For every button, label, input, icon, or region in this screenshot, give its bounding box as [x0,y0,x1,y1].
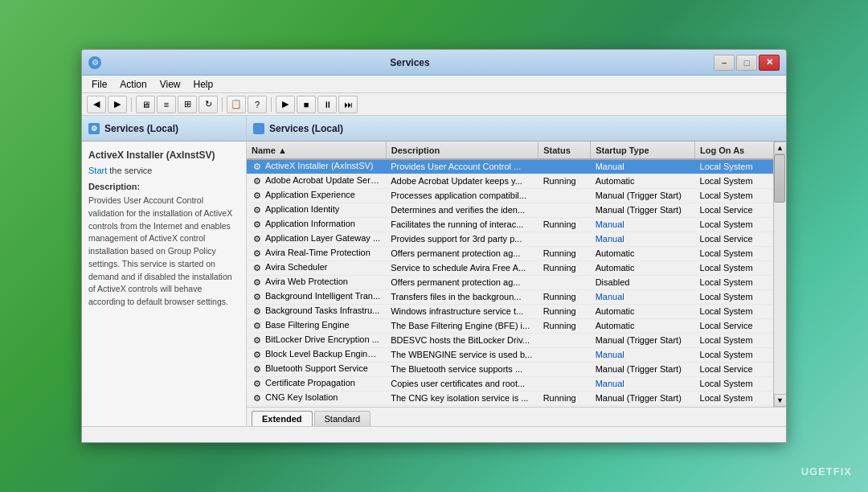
service-logon-cell: Local System [695,174,773,188]
service-name-cell: ⚙Application Layer Gateway ... [247,232,386,246]
service-name-cell: ⚙CNG Key Isolation [247,391,386,405]
table-row[interactable]: ⚙ActiveX Installer (AxInstSV)Provides Us… [247,159,773,174]
service-logon-cell: Local System [695,376,773,391]
menu-help[interactable]: Help [187,77,220,92]
service-logon-cell: Local System [695,159,773,174]
toolbar: ◀ ▶ 🖥 ≡ ⊞ ↻ 📋 ? ▶ ■ ⏸ ⏭ [82,93,786,116]
maximize-button[interactable]: □ [736,55,757,71]
service-logon-cell: Local System [695,275,773,289]
col-header-startup[interactable]: Startup Type [591,141,695,159]
description-text: Provides User Account Control validation… [88,195,240,309]
service-status-cell: Running [538,260,591,275]
service-startup-cell: Automatic [591,174,695,188]
service-name-cell: ⚙Bluetooth Support Service [247,362,386,376]
col-header-status[interactable]: Status [538,141,591,159]
table-row[interactable]: ⚙Avira SchedulerService to schedule Avir… [247,260,773,275]
play-button[interactable]: ▶ [276,96,295,113]
service-name-cell: ⚙Certificate Propagation [247,376,386,391]
close-button[interactable]: ✕ [759,55,780,71]
service-desc-cell: Transfers files in the backgroun... [386,289,538,304]
table-row[interactable]: ⚙Application InformationFacilitates the … [247,217,773,232]
table-row[interactable]: ⚙Block Level Backup Engine ...The WBENGI… [247,347,773,362]
toolbar-separator-3 [271,97,272,112]
service-name-cell: ⚙Avira Scheduler [247,260,386,275]
restart-button[interactable]: ⏭ [338,96,358,113]
service-name-cell: ⚙ActiveX Installer (AxInstSV) [247,159,386,174]
service-name-cell: ⚙Application Experience [247,188,386,203]
stop-button[interactable]: ■ [297,96,316,113]
tab-extended[interactable]: Extended [252,411,313,426]
service-name-cell: ⚙Block Level Backup Engine ... [247,347,386,362]
table-row[interactable]: ⚙Bluetooth Support ServiceThe Bluetooth … [247,362,773,376]
table-row[interactable]: ⚙BitLocker Drive Encryption ...BDESVC ho… [247,333,773,347]
service-status-cell [538,203,591,217]
service-logon-cell: Local System [695,289,773,304]
detail-view-button[interactable]: ⊞ [178,96,197,113]
menu-action[interactable]: Action [113,77,153,92]
service-desc-cell: Adobe Acrobat Updater keeps y... [386,174,538,188]
menu-view[interactable]: View [154,77,187,92]
service-startup-cell: Automatic [591,246,695,260]
service-startup-cell: Manual (Trigger Start) [591,203,695,217]
table-row[interactable]: ⚙Background Intelligent Tran...Transfers… [247,289,773,304]
service-status-cell [538,232,591,246]
scroll-down-button[interactable]: ▼ [774,394,787,407]
table-row[interactable]: ⚙Base Filtering EngineThe Base Filtering… [247,318,773,333]
service-row-icon: ⚙ [252,248,263,259]
service-logon-cell: Local System [695,217,773,232]
service-logon-cell: Local System [695,188,773,203]
main-content: ⚙ Services (Local) ActiveX Installer (Ax… [82,116,786,426]
service-startup-cell: Manual (Trigger Start) [591,333,695,347]
services-table-container[interactable]: Name ▲ Description Status Startup Type L… [247,141,773,407]
service-row-icon: ⚙ [252,161,263,172]
table-row[interactable]: ⚙CNG Key IsolationThe CNG key isolation … [247,391,773,405]
tab-standard[interactable]: Standard [314,411,371,426]
pause-button[interactable]: ⏸ [317,96,337,113]
service-desc-cell: Determines and verifies the iden... [386,203,538,217]
service-row-icon: ⚙ [252,378,263,389]
table-row[interactable]: ⚙Application IdentityDetermines and veri… [247,203,773,217]
the-service-text: the service [109,166,152,175]
service-desc-cell: Service to schedule Avira Free A... [386,260,538,275]
table-row[interactable]: ⚙Avira Real-Time ProtectionOffers perman… [247,246,773,260]
show-hide-button[interactable]: 🖥 [136,96,155,113]
col-header-description[interactable]: Description [386,141,538,159]
status-bar [82,426,786,442]
service-startup-cell: Disabled [591,275,695,289]
service-desc-cell: Offers permanent protection ag... [386,246,538,260]
scroll-track[interactable] [774,154,787,394]
list-view-button[interactable]: ≡ [157,96,176,113]
left-panel-title: Services (Local) [104,123,178,134]
table-row[interactable]: ⚙Application Layer Gateway ...Provides s… [247,232,773,246]
service-logon-cell: Local System [695,391,773,405]
service-status-cell: Running [538,217,591,232]
scrollbar[interactable]: ▲ ▼ [773,141,786,407]
forward-button[interactable]: ▶ [108,96,127,113]
scroll-up-button[interactable]: ▲ [774,141,787,154]
table-row[interactable]: ⚙Certificate PropagationCopies user cert… [247,376,773,391]
bottom-tabs: Extended Standard [247,407,786,426]
toolbar-separator-1 [131,97,132,112]
service-name-cell: ⚙Application Information [247,217,386,232]
table-row[interactable]: ⚙Adobe Acrobat Update Serv...Adobe Acrob… [247,174,773,188]
service-desc-cell: Offers permanent protection ag... [386,275,538,289]
start-service-link[interactable]: Start [88,166,107,175]
minimize-button[interactable]: – [714,55,735,71]
table-row[interactable]: ⚙Application ExperienceProcesses applica… [247,188,773,203]
refresh-button[interactable]: ↻ [199,96,218,113]
table-row[interactable]: ⚙Avira Web ProtectionOffers permanent pr… [247,275,773,289]
menu-file[interactable]: File [85,77,113,92]
description-label: Description: [88,182,240,191]
service-row-icon: ⚙ [252,204,263,215]
service-startup-cell: Manual (Trigger Start) [591,188,695,203]
service-logon-cell: Local System [695,333,773,347]
back-button[interactable]: ◀ [87,96,106,113]
col-header-logon[interactable]: Log On As [695,141,773,159]
service-status-cell: Running [538,304,591,318]
service-startup-cell: Manual [591,376,695,391]
table-row[interactable]: ⚙Background Tasks Infrastru...Windows in… [247,304,773,318]
help-button[interactable]: ? [248,96,267,113]
scroll-thumb[interactable] [774,154,785,203]
col-header-name[interactable]: Name ▲ [247,141,386,159]
properties-button[interactable]: 📋 [227,96,246,113]
